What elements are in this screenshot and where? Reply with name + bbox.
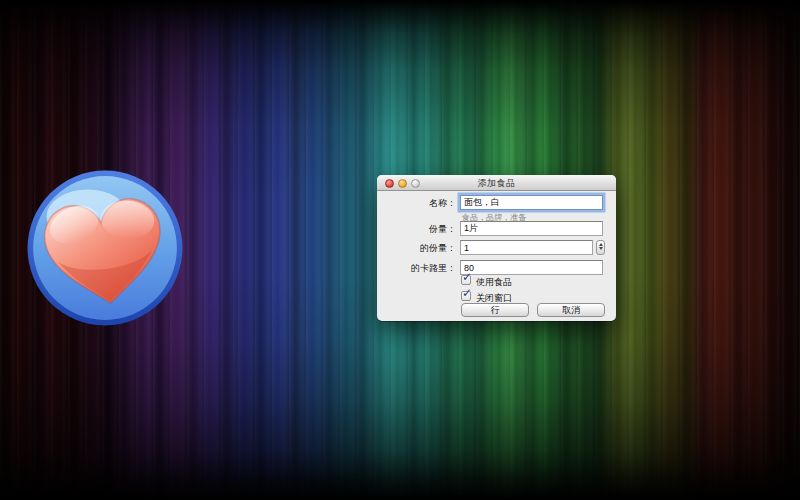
heart-icon (26, 169, 184, 327)
servings-label: 的份量： (379, 242, 456, 255)
portion-label: 份量： (379, 223, 456, 236)
name-input[interactable] (460, 195, 603, 210)
desktop: 添加食品 名称： 食品，品牌，准备 份量： 的份量： 的卡路里： ✓ 使用食品 … (0, 0, 800, 500)
use-food-checkbox[interactable]: ✓ (461, 275, 471, 285)
servings-stepper[interactable] (596, 240, 605, 255)
calories-label: 的卡路里： (379, 262, 456, 275)
use-food-checkbox-label: 使用食品 (476, 276, 512, 289)
servings-input[interactable] (460, 240, 593, 255)
checkmark-icon: ✓ (462, 286, 472, 300)
cancel-button[interactable]: 取消 (537, 303, 605, 317)
add-food-dialog: 添加食品 名称： 食品，品牌，准备 份量： 的份量： 的卡路里： ✓ 使用食品 … (377, 175, 616, 321)
go-button[interactable]: 行 (461, 303, 529, 317)
calories-input[interactable] (460, 260, 603, 275)
dialog-title: 添加食品 (377, 177, 616, 190)
name-label: 名称： (379, 197, 456, 210)
portion-input[interactable] (460, 221, 603, 236)
stepper-up-icon[interactable] (599, 243, 603, 246)
heart-app-icon[interactable] (26, 169, 184, 327)
stepper-down-icon[interactable] (599, 247, 603, 250)
dialog-titlebar[interactable]: 添加食品 (377, 175, 616, 191)
close-window-checkbox[interactable]: ✓ (461, 291, 471, 301)
checkmark-icon: ✓ (462, 270, 472, 284)
